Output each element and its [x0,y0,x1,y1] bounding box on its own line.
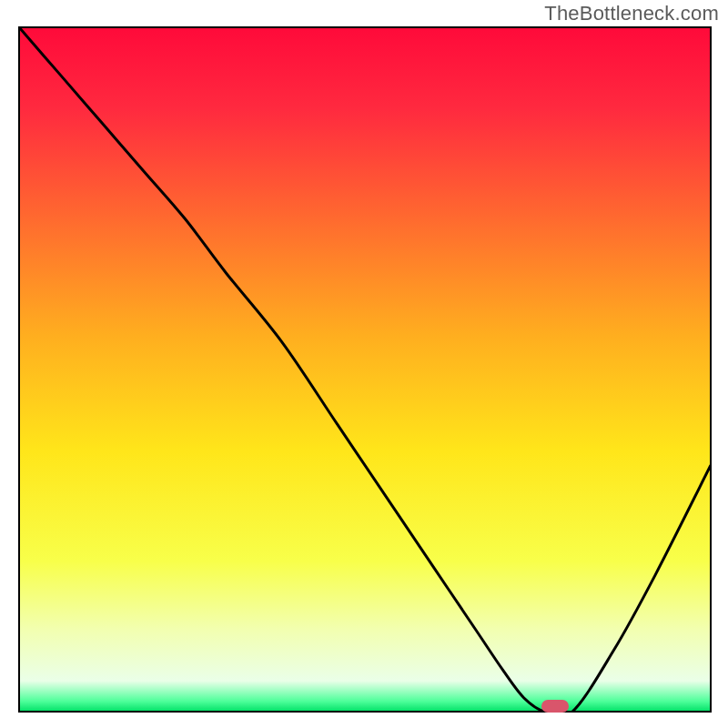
plot-background-gradient [19,27,711,712]
bottleneck-chart [0,0,728,728]
optimal-marker [541,700,569,713]
